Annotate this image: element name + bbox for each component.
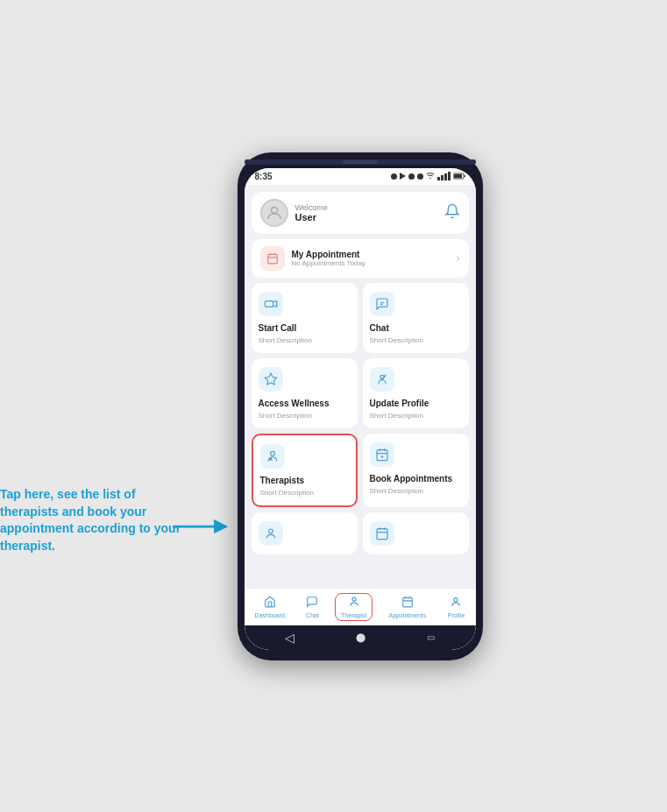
app-content: Welcome User [245,185,476,588]
nav-chat[interactable]: Chat [301,594,324,620]
status-time: 8:35 [255,172,273,181]
access-wellness-title: Access Wellness [259,399,351,408]
appointments-nav-icon [401,596,414,611]
video-icon [259,292,283,316]
phone-device: 8:35 [238,152,483,660]
update-profile-title: Update Profile [370,399,462,408]
welcome-label: Welcome [295,203,328,212]
appointment-banner[interactable]: My Appointment No Appointments Today › [252,239,469,278]
svg-rect-28 [403,597,413,607]
chat-nav-icon [306,596,318,611]
nav-profile[interactable]: Profile [443,594,471,620]
home-icon [264,596,276,611]
dot-icon [391,173,397,180]
header-left: Welcome User [260,199,328,227]
bottom-nav: Dashboard Chat Therapist [245,588,476,625]
user-name: User [295,212,328,222]
book-appointments-card[interactable]: Book Appointments Short Description [363,434,469,507]
phone-screen: 8:35 [245,168,476,650]
home-btn[interactable]: ⬤ [356,632,365,642]
wifi-icon [426,172,435,180]
phone-nav-bar: ◁ ⬤ ▭ [245,625,476,650]
svg-rect-16 [377,449,387,460]
grid-row-2: Access Wellness Short Description Update… [252,358,469,428]
speaker-grille [343,160,378,164]
chat-icon [370,292,394,316]
back-btn[interactable]: ◁ [285,631,294,645]
grid-row-4 [252,512,469,554]
therapist-icon [260,444,285,469]
nav-therapist-label: Therapist [341,612,366,618]
chat-title: Chat [370,323,462,333]
status-icons [391,172,465,180]
nav-dashboard-label: Dashboard [255,612,285,618]
nav-dashboard[interactable]: Dashboard [250,594,290,620]
signal-bars [437,172,451,180]
svg-point-32 [454,597,458,601]
book-appointment-icon [370,442,394,467]
access-wellness-card[interactable]: Access Wellness Short Description [252,358,358,428]
book-appointments-title: Book Appointments [370,474,462,484]
person-icon [259,521,283,546]
svg-rect-6 [267,254,277,264]
grid-row-1: Start Call Short Description Chat Short … [252,283,469,353]
update-profile-icon [370,367,394,392]
nav-appointments[interactable]: Appointments [384,594,432,620]
star-icon [259,367,283,392]
lock-icon [417,173,423,180]
header-text: Welcome User [295,203,328,222]
access-wellness-desc: Short Description [259,412,351,420]
svg-marker-13 [265,373,276,385]
nav-chat-label: Chat [306,612,319,618]
chat-card[interactable]: Chat Short Description [363,283,469,353]
recents-btn[interactable]: ▭ [427,632,435,642]
nav-profile-label: Profile [448,612,465,618]
appointment-text: My Appointment No Appointments Today [292,250,450,267]
svg-point-27 [352,597,356,601]
therapists-title: Therapists [260,476,349,485]
chat-desc: Short Description [370,336,462,344]
svg-point-22 [268,529,273,533]
svg-point-1 [429,178,431,180]
app-header: Welcome User [252,192,469,234]
annotation-arrow [171,517,232,536]
item-b-card[interactable] [363,512,469,554]
svg-rect-23 [377,528,387,539]
svg-rect-3 [454,174,462,178]
svg-rect-4 [464,175,465,177]
therapist-nav-icon [348,596,360,611]
svg-point-5 [271,207,277,213]
status-bar: 8:35 [245,168,476,185]
nav-appointments-label: Appointments [389,612,427,618]
book-appointments-desc: Short Description [370,487,462,495]
appointment-title: My Appointment [292,250,450,259]
nav-therapist[interactable]: Therapist [335,593,373,621]
svg-rect-10 [265,300,273,307]
grid-row-3: Therapists Short Description [252,434,469,507]
therapists-card[interactable]: Therapists Short Description [252,434,358,507]
appointment-chevron: › [457,252,460,265]
battery-icon [453,173,465,180]
phone-speaker-bar [245,159,476,165]
appointment-icon [260,246,285,271]
annotation-text: Tap here, see the list of therapists and… [0,486,193,554]
therapists-desc: Short Description [260,489,349,497]
start-call-title: Start Call [259,323,351,333]
start-call-card[interactable]: Start Call Short Description [252,283,358,353]
svg-point-15 [270,451,274,455]
avatar [260,199,288,227]
update-profile-card[interactable]: Update Profile Short Description [363,358,469,428]
update-profile-desc: Short Description [370,412,462,420]
start-call-desc: Short Description [259,336,351,344]
bell-icon[interactable] [444,203,460,222]
profile-nav-icon [450,596,462,611]
record-icon [408,173,415,180]
calendar2-icon [370,521,394,546]
item-a-card[interactable] [252,512,358,554]
play-icon [400,173,406,180]
appointment-subtitle: No Appointments Today [292,259,450,267]
